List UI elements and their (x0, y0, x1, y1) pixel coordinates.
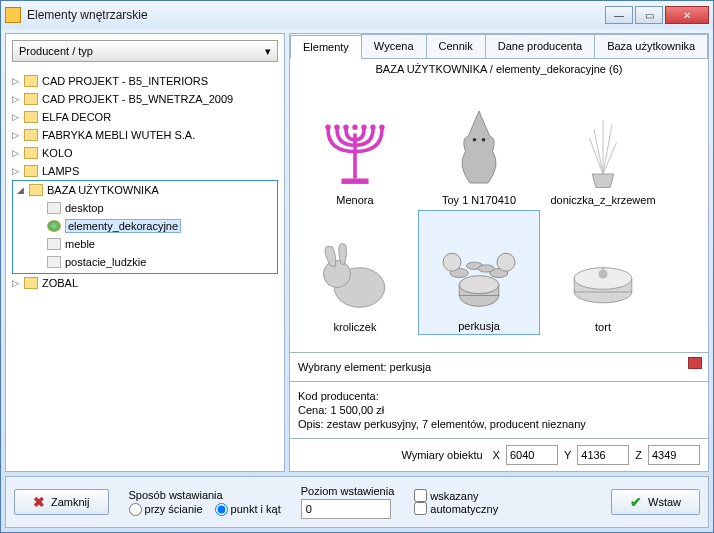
tree-item[interactable]: ▷ZOBAL (8, 274, 282, 292)
insert-button[interactable]: ✔ Wstaw (611, 489, 700, 515)
thumb-image (429, 225, 529, 320)
thumb-image (553, 99, 653, 194)
minimize-button[interactable]: — (605, 6, 633, 24)
check-indicated[interactable]: wskazany (414, 489, 498, 502)
tab-baza-uzytkownika[interactable]: Baza użytkownika (594, 34, 708, 58)
svg-point-24 (599, 269, 608, 278)
thumb-image (305, 226, 405, 321)
tree-child-selected[interactable]: elementy_dekoracyjne (13, 217, 277, 235)
dim-x-input[interactable] (506, 445, 558, 465)
collapse-icon[interactable]: ◢ (17, 185, 27, 195)
window-title: Elementy wnętrzarskie (27, 8, 605, 22)
titlebar: Elementy wnętrzarskie — ▭ ✕ (1, 1, 713, 29)
radio-point-angle[interactable]: punkt i kąt (215, 503, 281, 516)
insertion-level-input[interactable] (301, 499, 391, 519)
thumb-image (305, 99, 405, 194)
dim-y-input[interactable] (577, 445, 629, 465)
svg-point-14 (459, 275, 499, 293)
thumb-caption: perkusja (458, 320, 500, 332)
producer-type-dropdown[interactable]: Producent / typ ▾ (12, 40, 278, 62)
tree-child[interactable]: meble (13, 235, 277, 253)
radio-wall[interactable]: przy ścianie (129, 503, 203, 516)
tree-child[interactable]: desktop (13, 199, 277, 217)
thumb-toy[interactable]: Toy 1 N170410 (418, 83, 540, 208)
highlighted-group: ◢BAZA UŻYTKOWNIKA desktop elementy_dekor… (12, 180, 278, 274)
page-icon (47, 256, 61, 268)
insertion-level-label: Poziom wstawienia (301, 485, 395, 497)
folder-icon (24, 111, 38, 123)
thumb-perkusja[interactable]: perkusja (418, 210, 540, 335)
svg-point-20 (497, 253, 515, 271)
expand-icon[interactable]: ▷ (12, 166, 22, 176)
close-button[interactable]: ✖ Zamknij (14, 489, 109, 515)
dim-y-label: Y (564, 449, 571, 461)
page-icon (47, 238, 61, 250)
tree-item-expanded[interactable]: ◢BAZA UŻYTKOWNIKA (13, 181, 277, 199)
svg-rect-7 (342, 178, 369, 183)
svg-point-0 (325, 124, 330, 129)
svg-point-9 (482, 138, 486, 142)
tab-elementy[interactable]: Elementy (290, 35, 362, 59)
svg-point-18 (478, 264, 494, 271)
thumb-menora[interactable]: Menora (294, 83, 416, 208)
tree-item[interactable]: ▷KOLO (8, 144, 282, 162)
tree-item[interactable]: ▷ELFA DECOR (8, 108, 282, 126)
insertion-checks: wskazany automatyczny (414, 489, 498, 515)
thumb-tort[interactable]: tort (542, 210, 664, 335)
check-automatic[interactable]: automatyczny (414, 502, 498, 515)
expand-icon[interactable]: ▷ (12, 278, 22, 288)
folder-icon (24, 75, 38, 87)
details-body: Kod producenta: Cena: 1 500,00 zł Opis: … (290, 381, 708, 438)
thumb-doniczka[interactable]: doniczka_z_krzewem (542, 83, 664, 208)
dim-z-label: Z (635, 449, 642, 461)
svg-point-11 (324, 260, 351, 287)
expand-icon[interactable]: ▷ (12, 94, 22, 104)
details-icon[interactable] (688, 357, 702, 369)
x-icon: ✖ (33, 494, 45, 510)
dim-x-label: X (493, 449, 500, 461)
dim-z-input[interactable] (648, 445, 700, 465)
dropdown-label: Producent / typ (19, 45, 93, 57)
svg-point-19 (443, 253, 461, 271)
thumb-kroliczek[interactable]: kroliczek (294, 210, 416, 335)
tree-item[interactable]: ▷FABRYKA MEBLI WUTEH S.A. (8, 126, 282, 144)
page-icon (47, 202, 61, 214)
thumb-image (553, 226, 653, 321)
thumb-image (429, 99, 529, 194)
expand-icon[interactable]: ▷ (12, 112, 22, 122)
svg-point-6 (379, 124, 384, 129)
tree-item[interactable]: ▷CAD PROJEKT - B5_INTERIORS (8, 72, 282, 90)
tree-view[interactable]: ▷CAD PROJEKT - B5_INTERIORS ▷CAD PROJEKT… (6, 68, 284, 471)
svg-point-4 (361, 124, 366, 129)
folder-icon (24, 93, 38, 105)
expand-icon[interactable]: ▷ (12, 130, 22, 140)
maximize-button[interactable]: ▭ (635, 6, 663, 24)
expand-icon[interactable]: ▷ (12, 76, 22, 86)
tab-cennik[interactable]: Cennik (426, 34, 486, 58)
folder-icon (24, 277, 38, 289)
chevron-down-icon: ▾ (265, 45, 271, 58)
insertion-level-group: Poziom wstawienia (301, 485, 395, 519)
tree-item[interactable]: ▷LAMPS (8, 162, 282, 180)
close-window-button[interactable]: ✕ (665, 6, 709, 24)
folder-icon (29, 184, 43, 196)
tree-child[interactable]: postacie_ludzkie (13, 253, 277, 271)
folder-icon (24, 165, 38, 177)
tab-wycena[interactable]: Wycena (361, 34, 427, 58)
svg-point-8 (473, 138, 477, 142)
tab-dane-producenta[interactable]: Dane producenta (485, 34, 595, 58)
svg-point-5 (370, 124, 375, 129)
producer-code: Kod producenta: (298, 390, 700, 402)
thumb-caption: Menora (336, 194, 373, 206)
thumb-caption: Toy 1 N170410 (442, 194, 516, 206)
tree-item[interactable]: ▷CAD PROJEKT - B5_WNETRZA_2009 (8, 90, 282, 108)
insertion-mode-label: Sposób wstawiania (129, 489, 281, 501)
folder-icon (24, 129, 38, 141)
component-icon (47, 220, 61, 232)
bottom-bar: ✖ Zamknij Sposób wstawiania przy ścianie… (5, 476, 709, 528)
desc-label: Opis: zestaw perkusyjny, 7 elementów, pr… (298, 418, 700, 430)
thumbnails-panel: Menora Toy 1 N170410 doniczka_z_krzewem (290, 79, 708, 352)
expand-icon[interactable]: ▷ (12, 148, 22, 158)
details-panel: Wybrany element: perkusja (290, 352, 708, 381)
thumb-caption: doniczka_z_krzewem (550, 194, 655, 206)
